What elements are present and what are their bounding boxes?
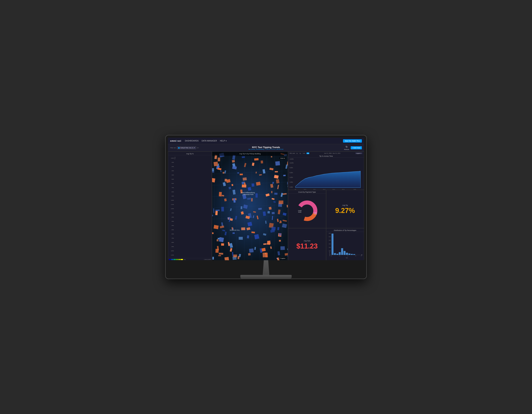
svg-text:400M: 400M: [329, 240, 331, 241]
building: [221, 207, 224, 211]
panel-histogram: Distribution of Tip Percentages 0 100M 2…: [326, 228, 364, 260]
ts-btn-1w[interactable]: 1w: [306, 152, 309, 154]
filter-icon[interactable]: ⊨: [197, 147, 199, 149]
refresh-button[interactable]: ↻ Refresh: [344, 145, 349, 150]
building: [218, 255, 221, 256]
building: [221, 243, 224, 246]
add-chart-button[interactable]: + Add Chart: [351, 146, 362, 149]
logo: omni·sci: [170, 140, 181, 142]
ts-legend-button[interactable]: Legend >: [355, 152, 362, 154]
building: [271, 191, 272, 193]
svg-text:0.0: 0.0: [331, 255, 332, 256]
screen: omni·sci DASHBOARDS DATA MANAGER HELP ▾ …: [168, 138, 364, 260]
building: [254, 158, 258, 160]
map-svg: East Williamsburg Industrial Park BOERUM…: [212, 152, 288, 260]
y-axis-label: Time: [174, 157, 175, 159]
x-axis-label: Day: [184, 259, 186, 260]
svg-text:0.4: 0.4: [361, 255, 362, 256]
building: [265, 253, 268, 257]
avg-fare-value: $11.23: [296, 242, 318, 250]
ts-controls: BIN: auto 1y 1q 1mo 1w: [290, 152, 309, 154]
building: [214, 162, 218, 166]
svg-text:0.2: 0.2: [347, 255, 348, 256]
legend-bar: [169, 259, 171, 260]
map-area[interactable]: East Williamsburg Industrial Park BOERUM…: [212, 152, 288, 260]
nav-data-manager[interactable]: DATA MANAGER: [202, 140, 217, 142]
svg-text:300M: 300M: [329, 243, 331, 244]
ts-btn-1q[interactable]: 1q: [299, 152, 302, 154]
svg-text:Tip %: Tip %: [346, 257, 348, 258]
nav-dashboards[interactable]: DASHBOARDS: [185, 140, 199, 142]
nav-help[interactable]: HELP ▾: [220, 140, 227, 142]
building: [248, 187, 251, 191]
heatmap-container: 12AM1AM2AM3AM4AM5AM6AM7AM8AM9AM10AM11AM1…: [168, 155, 212, 258]
building: [215, 210, 220, 211]
panel-map[interactable]: Avg Tip % by Pickup Building: [212, 151, 288, 260]
ts-btn-1mo[interactable]: 1mo: [302, 152, 306, 154]
time-label-4: 4AM: [169, 174, 174, 176]
svg-point-34: [301, 205, 313, 217]
histogram-svg: 0 100M 200M 300M 400M 500M 600M # Record…: [331, 232, 363, 258]
heatmap-range: 7.24% 10.82%: [204, 259, 211, 260]
timeseries-svg: 0.00% 2.00% 4.00% 6.00% 8.00% 10.00% 12.…: [290, 158, 362, 189]
building: [242, 156, 245, 158]
building: [252, 183, 255, 187]
building: [248, 253, 251, 256]
time-label-7: 7AM: [169, 187, 174, 188]
building: [217, 239, 218, 241]
range-min: 7.24%: [204, 259, 207, 260]
svg-marker-23: [295, 171, 361, 188]
svg-text:600M: 600M: [329, 233, 331, 234]
svg-rect-54: [348, 254, 350, 255]
map-zoom[interactable]: Zoom to: [279, 157, 286, 159]
mapbox-badge: © mapbox: [279, 257, 286, 259]
heatmap-legend: [169, 259, 183, 260]
dashboard-title-text: NYC Taxi Tipping Trends: [249, 146, 283, 149]
svg-text:0.1: 0.1: [339, 255, 340, 256]
building: [242, 185, 246, 188]
zoom-label: Zoom to: [280, 158, 285, 159]
building: [275, 171, 278, 172]
building: [274, 193, 277, 195]
toolbar-right: ↻ Refresh + Add Chart: [344, 145, 362, 150]
svg-rect-48: [334, 253, 336, 255]
building: [233, 254, 237, 257]
panel-donut: Count by Payment Type: [288, 190, 326, 228]
building: [219, 253, 223, 255]
dashboard-content: Avg Tip % 12AM1AM2AM3AM4AM5AM6AM7AM8AM9A…: [168, 151, 364, 260]
building: [232, 160, 235, 163]
building: [256, 193, 258, 198]
filter-select[interactable]: Default Filter Set (7) ▾: [177, 146, 196, 149]
time-label-9: 9AM: [169, 196, 174, 197]
histogram-wrap: 0 100M 200M 300M 400M 500M 600M # Record…: [326, 232, 364, 260]
nav-right: Start the Walk-Thru: [343, 139, 362, 142]
ts-btn-1y[interactable]: 1y: [296, 152, 298, 154]
filter-dot: [178, 147, 180, 149]
avg-tip-value: 9.27%: [335, 207, 355, 215]
panel-avg-tip: Avg Tip 9.27%: [326, 190, 364, 228]
time-label-12: 12PM: [169, 208, 174, 209]
dashboard-subtitle: taxi_factual_closestbuilding · 1,181,017…: [249, 149, 283, 150]
time-label-5: 5AM: [169, 179, 174, 180]
building: [261, 160, 263, 163]
svg-text:Credit: Credit: [298, 210, 301, 211]
svg-text:10.00%: 10.00%: [290, 162, 294, 164]
building: [239, 237, 243, 240]
stand-base: [240, 275, 292, 279]
building: [233, 232, 235, 234]
building: [269, 207, 272, 210]
building: [251, 198, 253, 202]
svg-rect-51: [341, 248, 343, 255]
time-label-6: 6AM: [169, 183, 174, 184]
svg-text:6.00%: 6.00%: [290, 172, 293, 174]
timeseries-title: Tip % Across Time: [288, 154, 364, 158]
panel-heatmap: Avg Tip % 12AM1AM2AM3AM4AM5AM6AM7AM8AM9A…: [168, 151, 212, 260]
time-label-23: 11PM: [169, 254, 174, 256]
mid-right: Count by Payment Type: [288, 190, 364, 228]
svg-rect-52: [343, 251, 346, 255]
time-label-16: 4PM: [169, 225, 174, 226]
building: [267, 241, 271, 244]
map-title: Avg Tip % by Pickup Building: [212, 152, 288, 156]
building: [215, 249, 218, 253]
walkthru-button[interactable]: Start the Walk-Thru: [343, 139, 362, 142]
